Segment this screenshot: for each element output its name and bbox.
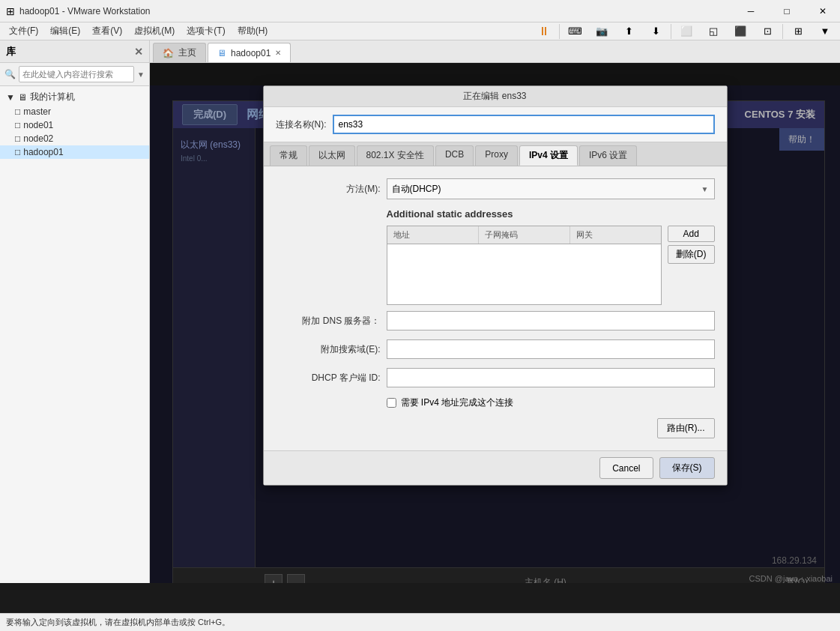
menu-vm[interactable]: 虚拟机(M) xyxy=(128,23,181,39)
menu-bar: 文件(F) 编辑(E) 查看(V) 虚拟机(M) 选项卡(T) 帮助(H) ⏸ … xyxy=(0,22,840,40)
col-address: 地址 xyxy=(387,226,479,244)
sidebar-item-node01[interactable]: □ node01 xyxy=(0,118,149,132)
search-dropdown-icon[interactable]: ▼ xyxy=(137,70,145,79)
connection-name-label: 连接名称(N): xyxy=(276,118,327,131)
network-edit-dialog: 正在编辑 ens33 连接名称(N): 常规 以太网 802.1X 安全性 DC… xyxy=(263,85,728,486)
tab-dcb[interactable]: DCB xyxy=(435,145,474,166)
toolbar-sep-2 xyxy=(671,24,671,39)
cancel-button[interactable]: Cancel xyxy=(599,457,653,479)
dialog-footer: Cancel 保存(S) xyxy=(264,450,727,485)
dns-row: 附加 DNS 服务器： xyxy=(276,311,715,330)
tab-close-icon[interactable]: ✕ xyxy=(275,49,281,57)
connection-name-input[interactable] xyxy=(333,115,715,134)
dhcp-input[interactable] xyxy=(387,368,715,387)
fullscreen-button[interactable]: ⬜ xyxy=(674,19,698,43)
checkbox-label: 需要 IPv4 地址完成这个连接 xyxy=(401,396,514,409)
pause-button[interactable]: ⏸ xyxy=(532,19,556,43)
view-button[interactable]: ⬛ xyxy=(728,19,752,43)
sidebar-close-button[interactable]: ✕ xyxy=(134,46,143,58)
menu-file[interactable]: 文件(F) xyxy=(3,23,44,39)
tab-hadoop01[interactable]: 🖥 hadoop01 ✕ xyxy=(208,43,291,62)
fit-button[interactable]: ⊡ xyxy=(755,19,779,43)
sidebar-item-my-computer[interactable]: ▼ 🖥 我的计算机 xyxy=(0,89,149,105)
search-domain-row: 附加搜索域(E): xyxy=(276,339,715,359)
window-controls: ─ □ ✕ xyxy=(734,0,840,22)
tab-proxy[interactable]: Proxy xyxy=(475,145,518,166)
dns-label: 附加 DNS 服务器： xyxy=(276,315,381,327)
dhcp-label: DHCP 客户端 ID: xyxy=(276,372,381,384)
save-button[interactable]: 保存(S) xyxy=(659,457,715,479)
search-domain-input[interactable] xyxy=(387,339,715,359)
tab-general[interactable]: 常规 xyxy=(270,145,307,166)
delete-address-button[interactable]: 删除(D) xyxy=(668,245,715,264)
stretch-button[interactable]: ⊞ xyxy=(786,19,810,43)
col-gateway: 网关 xyxy=(570,226,661,244)
sidebar-tree: ▼ 🖥 我的计算机 □ master □ node01 □ node02 □ h… xyxy=(0,86,149,583)
menu-help[interactable]: 帮助(H) xyxy=(232,23,274,39)
menu-view[interactable]: 查看(V) xyxy=(86,23,128,39)
more-button[interactable]: ▼ xyxy=(813,19,837,43)
revert-button[interactable]: ⬆ xyxy=(617,19,641,43)
dns-input[interactable] xyxy=(387,311,715,330)
sidebar: 库 ✕ 🔍 ▼ ▼ 🖥 我的计算机 □ master □ node01 □ xyxy=(0,40,150,583)
window-title: hadoop01 - VMware Workstation xyxy=(19,6,834,16)
tab-ethernet[interactable]: 以太网 xyxy=(309,145,355,166)
address-section: 地址 子网掩码 网关 Add 删除(D) xyxy=(276,226,715,305)
watermark: CSDN @java：xiaobai xyxy=(749,573,833,583)
dialog-titlebar: 正在编辑 ens33 xyxy=(264,86,727,107)
sidebar-item-label: node01 xyxy=(23,120,53,130)
method-select[interactable]: 自动(DHCP) xyxy=(387,178,715,199)
home-icon: 🏠 xyxy=(163,48,174,58)
require-ipv4-checkbox[interactable] xyxy=(387,398,396,408)
sidebar-item-master[interactable]: □ master xyxy=(0,105,149,118)
send-ctrl-alt-del-button[interactable]: ⌨ xyxy=(563,19,587,43)
tab-ipv6[interactable]: IPv6 设置 xyxy=(579,145,637,166)
sidebar-item-node02[interactable]: □ node02 xyxy=(0,132,149,145)
minimize-button[interactable]: ─ xyxy=(734,0,768,22)
toolbar-sep-3 xyxy=(782,24,783,39)
status-text: 要将输入定向到该虚拟机，请在虚拟机内部单击或按 Ctrl+G。 xyxy=(6,617,230,628)
address-table-header: 地址 子网掩码 网关 xyxy=(387,226,661,244)
menu-tabs[interactable]: 选项卡(T) xyxy=(181,23,231,39)
send-button[interactable]: ⬇ xyxy=(644,19,668,43)
vm-icon: □ xyxy=(15,120,20,130)
content-area: 🏠 主页 🖥 hadoop01 ✕ 完成(D) 网络和主机名(_N) xyxy=(150,40,840,583)
tab-home[interactable]: 🏠 主页 xyxy=(153,43,206,62)
close-button[interactable]: ✕ xyxy=(806,0,840,22)
col-subnet: 子网掩码 xyxy=(479,226,570,244)
vm-screen[interactable]: 完成(D) 网络和主机名(_N) CENTOS 7 安装 以太网 (ens33)… xyxy=(150,63,840,583)
sidebar-item-label: master xyxy=(23,106,51,117)
maximize-button[interactable]: □ xyxy=(770,0,804,22)
sidebar-header: 库 ✕ xyxy=(0,40,149,63)
snapshot-button[interactable]: 📷 xyxy=(590,19,614,43)
section-title: Additional static addresses xyxy=(387,208,715,220)
sidebar-item-label: node02 xyxy=(23,133,53,144)
main-area: 库 ✕ 🔍 ▼ ▼ 🖥 我的计算机 □ master □ node01 □ xyxy=(0,40,840,583)
method-row: 方法(M): 自动(DHCP) xyxy=(276,178,715,199)
sidebar-item-hadoop01[interactable]: □ hadoop01 xyxy=(0,145,149,159)
address-table-actions: Add 删除(D) xyxy=(668,226,715,264)
vm-icon: □ xyxy=(15,133,20,144)
method-label: 方法(M): xyxy=(276,183,381,196)
address-table-body xyxy=(387,244,661,304)
computer-icon: 🖥 xyxy=(18,92,27,103)
tab-home-label: 主页 xyxy=(178,46,196,59)
tab-8021x[interactable]: 802.1X 安全性 xyxy=(357,145,434,166)
menu-edit[interactable]: 编辑(E) xyxy=(44,23,86,39)
route-button[interactable]: 路由(R)... xyxy=(657,418,715,438)
sidebar-search-input[interactable] xyxy=(19,66,134,82)
vm-icon: □ xyxy=(15,106,20,117)
checkbox-row: 需要 IPv4 地址完成这个连接 xyxy=(387,396,715,409)
vm-icon: □ xyxy=(15,147,20,157)
dialog-tab-strip: 常规 以太网 802.1X 安全性 DCB Proxy IPv4 设置 IPv6… xyxy=(264,142,727,166)
search-domain-label: 附加搜索域(E): xyxy=(276,343,381,356)
add-address-button[interactable]: Add xyxy=(668,226,715,242)
sidebar-item-label: hadoop01 xyxy=(23,147,63,157)
tab-ipv4[interactable]: IPv4 设置 xyxy=(519,145,578,166)
search-icon: 🔍 xyxy=(4,69,16,79)
status-bar: 要将输入定向到该虚拟机，请在虚拟机内部单击或按 Ctrl+G。 xyxy=(0,613,840,631)
sidebar-search-row: 🔍 ▼ xyxy=(0,63,149,86)
dialog-title-text: 正在编辑 ens33 xyxy=(463,90,526,103)
unity-button[interactable]: ◱ xyxy=(701,19,725,43)
vm-tab-icon: 🖥 xyxy=(217,48,226,58)
